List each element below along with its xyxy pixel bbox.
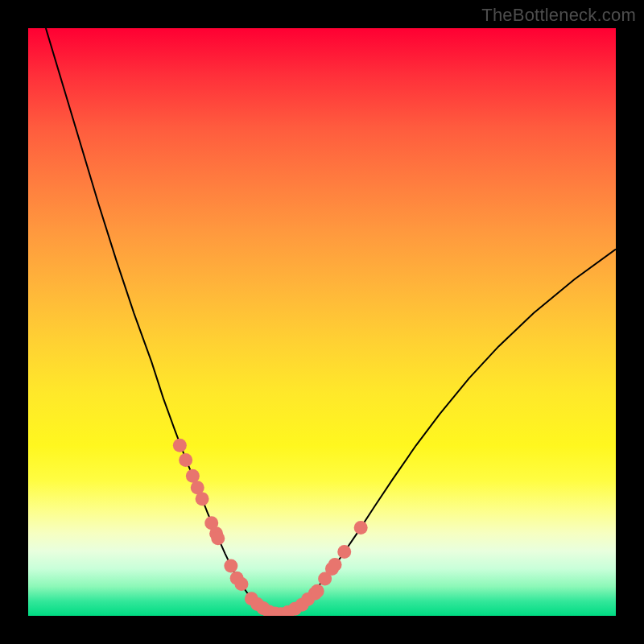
data-marker	[173, 439, 187, 452]
data-marker	[196, 492, 209, 506]
marker-group	[173, 439, 368, 616]
data-marker	[337, 545, 351, 559]
data-marker	[354, 521, 368, 535]
data-marker	[234, 577, 248, 591]
bottleneck-curve	[46, 28, 616, 613]
data-marker	[211, 531, 225, 545]
watermark-text: TheBottleneck.com	[481, 5, 636, 26]
data-marker	[311, 584, 324, 598]
plot-area	[28, 28, 616, 616]
data-marker	[179, 453, 192, 467]
data-marker	[186, 469, 200, 483]
data-marker	[328, 558, 342, 572]
chart-frame: TheBottleneck.com	[0, 0, 644, 644]
data-marker	[224, 559, 237, 572]
chart-svg	[28, 28, 616, 616]
